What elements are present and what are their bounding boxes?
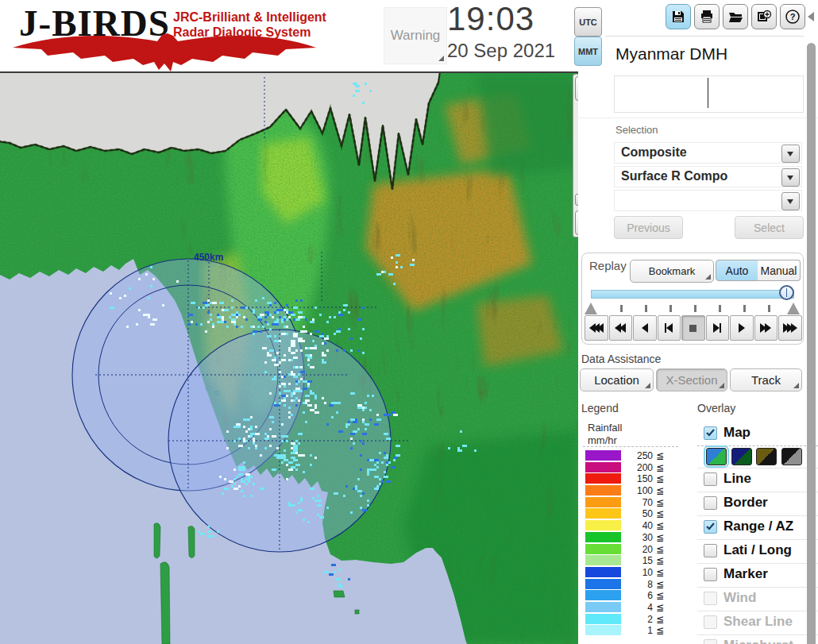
track-button[interactable]: Track [730, 368, 802, 391]
product-type-dropdown[interactable]: Surface R Compo [614, 166, 802, 187]
product-option-dropdown[interactable] [614, 190, 802, 211]
legend-value: 4 [624, 602, 653, 613]
fast-rewind-3-button[interactable] [585, 315, 608, 341]
fast-rewind-2-button[interactable] [609, 315, 633, 341]
header-bar: J-BIRDS JRC-Brilliant & Intelligent Rada… [0, 0, 818, 71]
chevron-down-icon[interactable] [781, 168, 800, 187]
folder-open-icon [728, 10, 743, 24]
legend-row: 4 ≦ [583, 602, 678, 614]
step-backward-button[interactable] [658, 315, 681, 341]
print-button[interactable] [694, 4, 720, 29]
warning-label: Warning [391, 28, 441, 44]
bookmark-button[interactable]: Bookmark [630, 260, 714, 283]
overlay-label: Range / AZ [723, 519, 793, 534]
help-button[interactable]: ? [780, 4, 805, 29]
location-button[interactable]: Location [580, 368, 654, 391]
overlay-row-shear-line: Shear Line [697, 611, 818, 635]
legend-color-swatch [585, 508, 621, 519]
fast-forward-2-icon [758, 322, 774, 334]
legend-color-swatch [585, 555, 621, 565]
legend-color-swatch [585, 567, 621, 577]
legend-color-swatch [585, 462, 621, 472]
replay-slider-ticks [582, 303, 804, 315]
question-mark-icon: ? [785, 9, 801, 25]
legend-lte-symbol: ≦ [656, 590, 664, 601]
product-category-dropdown[interactable]: Composite [614, 142, 802, 164]
fast-forward-2-button[interactable] [754, 315, 778, 341]
play-backward-button[interactable] [633, 315, 657, 341]
legend-lte-symbol: ≦ [656, 614, 664, 625]
open-folder-button[interactable] [723, 4, 748, 29]
legend-row: 15 ≦ [583, 555, 678, 567]
legend-color-swatch [585, 590, 621, 600]
manual-mode-button[interactable]: Manual [758, 260, 801, 281]
map-style-swatch-1[interactable] [706, 448, 727, 465]
checkbox-range-az[interactable] [704, 520, 717, 534]
overlay-options: Map Line Border Range / AZ Lati / Long M… [697, 422, 818, 644]
fast-forward-3-button[interactable] [778, 315, 802, 341]
toolbar: ? [666, 4, 805, 29]
timezone-mmt-button[interactable]: MMT [574, 37, 602, 66]
range-start-marker[interactable] [585, 303, 597, 314]
legend-color-swatch [585, 625, 621, 635]
map-style-swatch-3[interactable] [756, 448, 777, 465]
legend-value: 250 [624, 450, 653, 461]
bookmark-label: Bookmark [649, 265, 696, 277]
track-label: Track [751, 373, 781, 387]
chevron-down-icon[interactable] [781, 192, 800, 210]
replay-slider-handle[interactable] [779, 285, 794, 300]
add-image-button[interactable] [751, 4, 777, 29]
dropdown-value: Surface R Compo [621, 169, 727, 183]
replay-slider-track[interactable] [591, 290, 794, 299]
legend-lte-symbol: ≦ [656, 602, 664, 613]
select-button[interactable]: Select [735, 216, 804, 239]
checkbox-line[interactable] [704, 472, 717, 486]
previous-button[interactable]: Previous [614, 216, 683, 239]
legend-lte-symbol: ≦ [656, 555, 664, 566]
range-end-marker[interactable] [787, 303, 800, 314]
legend-lte-symbol: ≦ [656, 520, 664, 531]
panel-collapse-arrow[interactable] [808, 12, 814, 21]
legend-color-swatch [585, 602, 621, 612]
auto-mode-button[interactable]: Auto [716, 260, 758, 281]
rainfall-legend: 250 ≦ 200 ≦ 150 ≦ 100 ≦ 70 ≦ 50 ≦ 40 ≦ 3… [583, 446, 678, 637]
map-style-swatch-4[interactable] [781, 448, 802, 465]
radar-map-area[interactable]: 450km [0, 71, 578, 644]
stop-button[interactable] [681, 315, 705, 341]
checkbox-border[interactable] [704, 496, 717, 510]
legend-color-swatch [585, 544, 621, 554]
x-section-button[interactable]: X-Section [656, 368, 727, 391]
eagle-logo-icon [10, 30, 319, 71]
legend-value: 15 [624, 555, 653, 566]
legend-value: 150 [624, 473, 653, 484]
panel-scrollbar[interactable] [807, 43, 816, 644]
timezone-utc-button[interactable]: UTC [574, 7, 602, 37]
transport-controls [585, 315, 802, 341]
replay-group: Replay Bookmark Auto Manual [581, 253, 804, 345]
legend-lte-symbol: ≦ [656, 450, 664, 461]
legend-lte-symbol: ≦ [656, 508, 664, 519]
legend-lte-symbol: ≦ [656, 485, 664, 496]
legend-value: 2 [624, 614, 653, 625]
legend-value: 10 [624, 567, 653, 578]
radar-map[interactable]: 450km [0, 73, 578, 644]
legend-lte-symbol: ≦ [656, 544, 664, 555]
map-style-swatch-2[interactable] [731, 448, 752, 465]
fast-forward-3-icon [782, 322, 798, 334]
save-button[interactable] [666, 4, 691, 29]
overlay-row-microburst: Microburst [697, 635, 818, 644]
status-field[interactable] [614, 75, 804, 113]
checkbox-map[interactable] [704, 426, 717, 440]
legend-unit-line2: mm/hr [588, 434, 617, 446]
step-forward-button[interactable] [706, 315, 730, 341]
checkbox-lati-long[interactable] [704, 544, 717, 557]
legend-row: 50 ≦ [583, 508, 678, 520]
checkbox-marker[interactable] [704, 568, 717, 581]
overlay-label: Border [723, 495, 768, 511]
chevron-down-icon[interactable] [781, 145, 800, 163]
legend-color-swatch [585, 473, 621, 484]
warning-button[interactable]: Warning [384, 7, 447, 64]
play-forward-button[interactable] [730, 315, 754, 341]
legend-value: 50 [624, 508, 653, 519]
legend-color-swatch [585, 497, 621, 507]
